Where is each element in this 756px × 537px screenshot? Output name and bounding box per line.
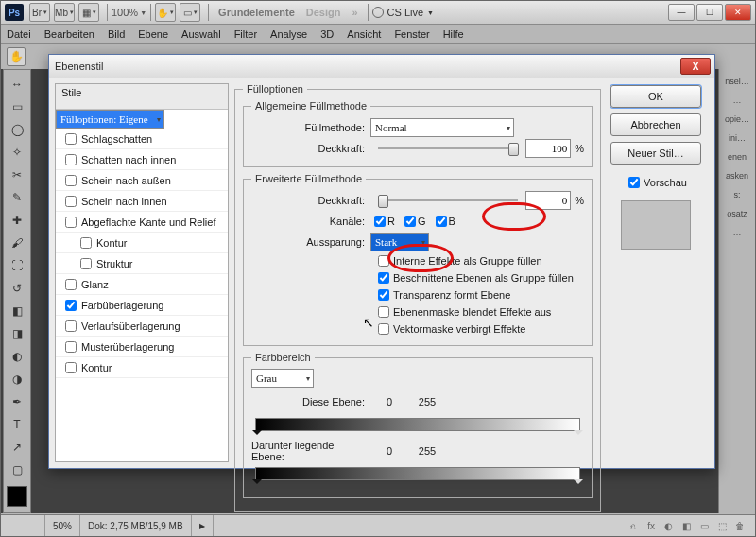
style-item[interactable]: Schlagschatten xyxy=(56,129,228,149)
style-checkbox[interactable] xyxy=(65,196,77,207)
style-item[interactable]: Schein nach innen xyxy=(56,191,228,212)
input-opacity2[interactable] xyxy=(525,191,571,210)
maximize-button[interactable]: ☐ xyxy=(696,4,723,21)
tool-lasso[interactable]: ◯ xyxy=(6,119,28,140)
adv-checkbox[interactable] xyxy=(378,306,389,318)
ch-r[interactable] xyxy=(374,216,386,227)
menu-ebene[interactable]: Ebene xyxy=(138,28,168,40)
rtab-2[interactable]: opie… xyxy=(719,113,755,126)
menu-fenster[interactable]: Fenster xyxy=(394,28,429,40)
workspace-grundelemente[interactable]: Grundelemente xyxy=(218,7,295,18)
mini-icon[interactable]: ◐ xyxy=(662,521,677,531)
adv-checkbox[interactable] xyxy=(378,323,389,335)
rtab-6[interactable]: s: xyxy=(719,188,755,201)
adv-checkbox[interactable] xyxy=(378,255,389,267)
menu-hilfe[interactable]: Hilfe xyxy=(443,28,464,40)
style-item[interactable]: Musterüberlagerung xyxy=(56,337,228,357)
style-checkbox[interactable] xyxy=(65,320,77,332)
mini-icon[interactable]: ◧ xyxy=(679,521,695,531)
rtab-0[interactable]: nsel… xyxy=(719,75,755,88)
tool-stamp[interactable]: ⛶ xyxy=(6,255,28,276)
style-checkbox[interactable] xyxy=(65,362,77,373)
style-checkbox[interactable] xyxy=(80,258,92,269)
tool-heal[interactable]: ✚ xyxy=(6,210,28,231)
mini-icon[interactable]: fx xyxy=(644,521,659,531)
style-item[interactable]: Kontur xyxy=(56,233,228,253)
rtab-3[interactable]: ini… xyxy=(719,131,755,145)
select-method[interactable]: Normal xyxy=(370,118,514,137)
style-checkbox[interactable] xyxy=(65,341,77,353)
slider-opacity2[interactable] xyxy=(378,194,518,207)
menu-analyse[interactable]: Analyse xyxy=(270,28,307,40)
rtab-5[interactable]: asken xyxy=(719,169,755,182)
style-item[interactable]: Schein nach außen xyxy=(56,170,228,191)
tool-type[interactable]: T xyxy=(6,414,28,435)
tool-crop[interactable]: ✂ xyxy=(6,165,28,185)
slider-under-layer[interactable] xyxy=(255,467,580,480)
ch-b[interactable] xyxy=(436,216,447,227)
tool-brush[interactable]: 🖌 xyxy=(6,233,28,253)
view-hand-button[interactable]: ✋ xyxy=(155,3,176,22)
style-checkbox[interactable] xyxy=(65,300,77,311)
rtab-8[interactable]: … xyxy=(719,226,755,239)
hand-tool-icon[interactable]: ✋ xyxy=(7,47,26,66)
tool-pen[interactable]: ✒ xyxy=(6,391,28,412)
minibridge-button[interactable]: Mb xyxy=(54,3,75,22)
style-checkbox[interactable] xyxy=(65,217,77,228)
workspace-design[interactable]: Design xyxy=(306,7,341,18)
tool-shape[interactable]: ▢ xyxy=(6,459,28,480)
tool-marquee[interactable]: ▭ xyxy=(6,96,28,117)
menu-bild[interactable]: Bild xyxy=(108,28,125,40)
tool-blur[interactable]: ◐ xyxy=(6,346,28,367)
mini-icon[interactable]: ▭ xyxy=(696,521,712,531)
slider-this-layer[interactable] xyxy=(255,418,580,431)
tool-wand[interactable]: ✧ xyxy=(6,142,28,163)
mini-icon[interactable]: ⎌ xyxy=(626,521,641,531)
zoom-label[interactable]: 100% xyxy=(112,7,138,18)
close-button[interactable]: ✕ xyxy=(725,4,751,21)
style-item[interactable]: Verlaufsüberlagerung xyxy=(56,316,228,337)
style-item[interactable]: Fülloptionen: Eigene xyxy=(56,110,164,129)
tool-dodge[interactable]: ◑ xyxy=(6,369,28,390)
select-aussparung[interactable]: Stark xyxy=(370,233,429,251)
color-swatch[interactable] xyxy=(7,486,27,507)
style-checkbox[interactable] xyxy=(80,237,92,249)
tool-path[interactable]: ↗ xyxy=(6,437,28,458)
screenmode-button[interactable]: ▦ xyxy=(78,3,99,22)
style-item[interactable]: Kontur xyxy=(56,357,228,378)
input-opacity1[interactable] xyxy=(525,139,571,158)
style-checkbox[interactable] xyxy=(65,175,77,186)
mini-icon[interactable]: ⬚ xyxy=(714,521,730,531)
mini-icon[interactable]: 🗑 xyxy=(732,521,747,531)
slider-opacity1[interactable] xyxy=(378,142,518,155)
dialog-titlebar[interactable]: Ebenenstil X xyxy=(49,55,714,78)
preview-checkbox[interactable] xyxy=(628,177,640,188)
tool-gradient[interactable]: ◨ xyxy=(6,323,28,344)
style-item[interactable]: Struktur xyxy=(56,253,228,274)
minimize-button[interactable]: — xyxy=(668,4,695,21)
style-item[interactable]: Glanz xyxy=(56,274,228,295)
tool-eyedrop[interactable]: ✎ xyxy=(6,187,28,208)
tool-eraser[interactable]: ◧ xyxy=(6,301,28,321)
style-item[interactable]: Schatten nach innen xyxy=(56,149,228,170)
style-item[interactable]: Abgeflachte Kante und Relief xyxy=(56,212,228,233)
styles-header[interactable]: Stile xyxy=(56,84,228,110)
menu-auswahl[interactable]: Auswahl xyxy=(181,28,221,40)
menu-bearbeiten[interactable]: Bearbeiten xyxy=(44,28,94,40)
ch-g[interactable] xyxy=(404,216,416,227)
select-colorblend[interactable]: Grau xyxy=(251,369,314,388)
rtab-1[interactable]: … xyxy=(719,94,755,107)
rtab-7[interactable]: osatz xyxy=(719,207,755,220)
menu-3d[interactable]: 3D xyxy=(320,28,334,40)
menu-ansicht[interactable]: Ansicht xyxy=(347,28,381,40)
workspace-more[interactable]: » xyxy=(352,7,357,18)
cslive-button[interactable]: CS Live▼ xyxy=(372,7,434,18)
cancel-button[interactable]: Abbrechen xyxy=(610,113,701,136)
bridge-button[interactable]: Br xyxy=(29,3,50,22)
view-zoom-button[interactable]: ▭ xyxy=(180,3,200,22)
newstyle-button[interactable]: Neuer Stil… xyxy=(610,142,701,165)
rtab-4[interactable]: enen xyxy=(719,150,755,164)
tool-move[interactable]: ↔ xyxy=(6,74,28,95)
style-checkbox[interactable] xyxy=(65,133,77,145)
style-checkbox[interactable] xyxy=(65,279,77,290)
